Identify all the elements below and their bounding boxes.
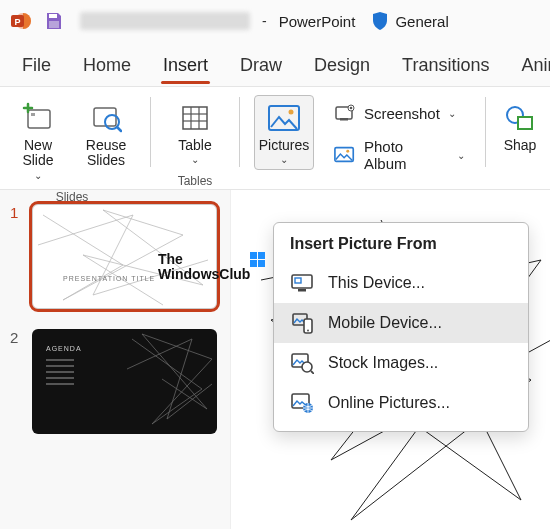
slide-thumbnail-panel: 1 PRESENTATION TITLE 2 xyxy=(0,190,230,529)
slide-number-2: 2 xyxy=(10,329,24,346)
tab-home[interactable]: Home xyxy=(67,45,147,86)
svg-rect-36 xyxy=(250,252,257,259)
ribbon-group-tables: Table ⌄ Tables xyxy=(165,95,225,188)
pictures-label: Pictures xyxy=(259,138,310,153)
slide-thumb-1-row[interactable]: 1 PRESENTATION TITLE xyxy=(10,204,220,309)
dropdown-header: Insert Picture From xyxy=(274,233,528,263)
chevron-down-icon: ⌄ xyxy=(191,154,199,165)
chevron-down-icon: ⌄ xyxy=(448,108,456,119)
new-slide-button[interactable]: New Slide ⌄ xyxy=(8,95,68,186)
tab-design[interactable]: Design xyxy=(298,45,386,86)
svg-rect-37 xyxy=(258,252,265,259)
tab-insert[interactable]: Insert xyxy=(147,45,224,86)
slide-thumb-2-row[interactable]: 2 AGENDA xyxy=(10,329,220,434)
chevron-down-icon: ⌄ xyxy=(34,170,42,181)
ribbon-tabs: File Home Insert Draw Design Transitions… xyxy=(0,42,550,86)
new-slide-icon xyxy=(20,100,56,136)
ribbon-group-illustrations: Shap xyxy=(498,95,542,158)
svg-point-22 xyxy=(346,150,349,153)
menu-item-stock-images[interactable]: Stock Images... xyxy=(274,343,528,383)
this-device-icon xyxy=(290,271,314,295)
pictures-button[interactable]: Pictures ⌄ xyxy=(254,95,314,170)
document-title-blurred xyxy=(80,12,250,30)
shield-icon xyxy=(371,11,389,31)
svg-rect-5 xyxy=(28,110,50,128)
title-separator: - xyxy=(262,13,267,29)
menu-item-online-pictures[interactable]: Online Pictures... xyxy=(274,383,528,423)
svg-rect-26 xyxy=(298,289,306,292)
sensitivity-label: General xyxy=(395,13,448,30)
svg-line-9 xyxy=(117,127,121,131)
svg-point-32 xyxy=(302,362,312,372)
chevron-down-icon: ⌄ xyxy=(280,154,288,165)
reuse-slides-icon xyxy=(88,100,124,136)
slide2-bullets xyxy=(46,359,74,385)
mobile-device-icon xyxy=(290,311,314,335)
svg-point-30 xyxy=(307,330,309,332)
svg-rect-3 xyxy=(49,14,57,18)
group-label-tables: Tables xyxy=(178,174,213,188)
tab-draw[interactable]: Draw xyxy=(224,45,298,86)
sensitivity-indicator[interactable]: General xyxy=(371,11,448,31)
app-name-label: PowerPoint xyxy=(279,13,356,30)
photo-album-button[interactable]: Photo Album ⌄ xyxy=(328,135,471,175)
menu-item-label: Online Pictures... xyxy=(328,394,450,412)
new-slide-label: New Slide xyxy=(22,138,53,169)
powerpoint-app-icon: P xyxy=(10,10,32,32)
pictures-icon xyxy=(266,100,302,136)
svg-text:P: P xyxy=(14,17,20,27)
tab-file[interactable]: File xyxy=(6,45,67,86)
reuse-slides-button[interactable]: Reuse Slides xyxy=(76,95,136,186)
svg-rect-24 xyxy=(518,117,532,129)
photo-album-label: Photo Album xyxy=(364,138,449,172)
reuse-slides-label: Reuse Slides xyxy=(86,138,126,169)
menu-item-label: Stock Images... xyxy=(328,354,438,372)
svg-rect-6 xyxy=(31,113,35,116)
slide2-title-text: AGENDA xyxy=(46,345,82,352)
slide-thumb-1[interactable]: PRESENTATION TITLE xyxy=(32,204,217,309)
svg-rect-10 xyxy=(183,107,207,129)
ribbon-insert: New Slide ⌄ Reuse Slides Slides xyxy=(0,86,550,190)
svg-line-33 xyxy=(311,371,314,374)
table-button[interactable]: Table ⌄ xyxy=(165,95,225,170)
screenshot-icon xyxy=(334,102,356,124)
table-icon xyxy=(177,100,213,136)
title-bar: P - PowerPoint General xyxy=(0,0,550,42)
menu-item-label: This Device... xyxy=(328,274,425,292)
insert-picture-dropdown: Insert Picture From This Device... Mobil… xyxy=(273,222,529,432)
menu-item-label: Mobile Device... xyxy=(328,314,442,332)
ribbon-group-images: Pictures ⌄ xyxy=(254,95,314,170)
shapes-button[interactable]: Shap xyxy=(498,95,542,158)
ribbon-images-small: Screenshot ⌄ Photo Album ⌄ xyxy=(328,95,471,175)
photo-album-icon xyxy=(334,144,356,166)
svg-rect-38 xyxy=(250,260,257,267)
ribbon-group-slides: New Slide ⌄ Reuse Slides Slides xyxy=(8,95,136,204)
svg-rect-27 xyxy=(295,278,301,283)
ribbon-divider xyxy=(485,97,486,167)
slide-number-1: 1 xyxy=(10,204,24,221)
table-label: Table xyxy=(178,138,211,153)
chevron-down-icon: ⌄ xyxy=(457,150,465,161)
svg-point-16 xyxy=(289,110,294,115)
svg-rect-4 xyxy=(49,21,59,28)
svg-rect-18 xyxy=(340,118,348,121)
shapes-label: Shap xyxy=(504,138,537,153)
windows-flag-icon xyxy=(250,252,266,268)
online-pictures-icon xyxy=(290,391,314,415)
ribbon-divider xyxy=(150,97,151,167)
screenshot-button[interactable]: Screenshot ⌄ xyxy=(328,99,471,127)
stock-images-icon xyxy=(290,351,314,375)
slide-thumb-2[interactable]: AGENDA xyxy=(32,329,217,434)
save-button[interactable] xyxy=(42,9,66,33)
ribbon-divider xyxy=(239,97,240,167)
shapes-icon xyxy=(502,100,538,136)
tab-transitions[interactable]: Transitions xyxy=(386,45,505,86)
slide1-title-text: PRESENTATION TITLE xyxy=(63,275,155,282)
menu-item-this-device[interactable]: This Device... xyxy=(274,263,528,303)
screenshot-label: Screenshot xyxy=(364,105,440,122)
menu-item-mobile-device[interactable]: Mobile Device... xyxy=(274,303,528,343)
svg-rect-39 xyxy=(258,260,265,267)
tab-animations[interactable]: Anim xyxy=(505,45,550,86)
svg-point-20 xyxy=(350,107,353,110)
